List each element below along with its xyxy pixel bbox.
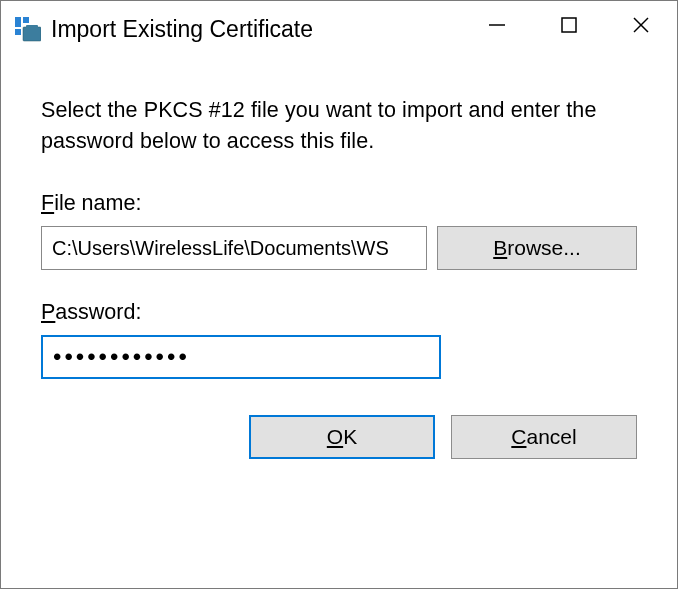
minimize-icon	[488, 16, 506, 34]
minimize-button[interactable]	[461, 1, 533, 49]
dialog-window: Import Existing Certificate Select the P…	[0, 0, 678, 589]
app-icon	[13, 15, 41, 43]
window-controls	[461, 1, 677, 57]
svg-rect-1	[23, 17, 29, 23]
titlebar: Import Existing Certificate	[1, 1, 677, 57]
svg-rect-6	[562, 18, 576, 32]
password-label: Password:	[41, 300, 637, 325]
maximize-icon	[560, 16, 578, 34]
file-row: Browse...	[41, 226, 637, 270]
password-input[interactable]	[41, 335, 441, 379]
file-name-input[interactable]	[41, 226, 427, 270]
dialog-buttons: OK Cancel	[41, 415, 637, 459]
window-title: Import Existing Certificate	[51, 16, 461, 43]
svg-rect-2	[15, 29, 21, 35]
svg-rect-3	[23, 27, 41, 41]
browse-button[interactable]: Browse...	[437, 226, 637, 270]
maximize-button[interactable]	[533, 1, 605, 49]
svg-rect-4	[26, 25, 38, 29]
ok-button[interactable]: OK	[249, 415, 435, 459]
password-row	[41, 335, 637, 379]
svg-rect-0	[15, 17, 21, 27]
close-icon	[631, 15, 651, 35]
file-name-label: File name:	[41, 191, 637, 216]
instruction-text: Select the PKCS #12 file you want to imp…	[41, 95, 637, 157]
close-button[interactable]	[605, 1, 677, 49]
cancel-button[interactable]: Cancel	[451, 415, 637, 459]
dialog-content: Select the PKCS #12 file you want to imp…	[1, 57, 677, 588]
